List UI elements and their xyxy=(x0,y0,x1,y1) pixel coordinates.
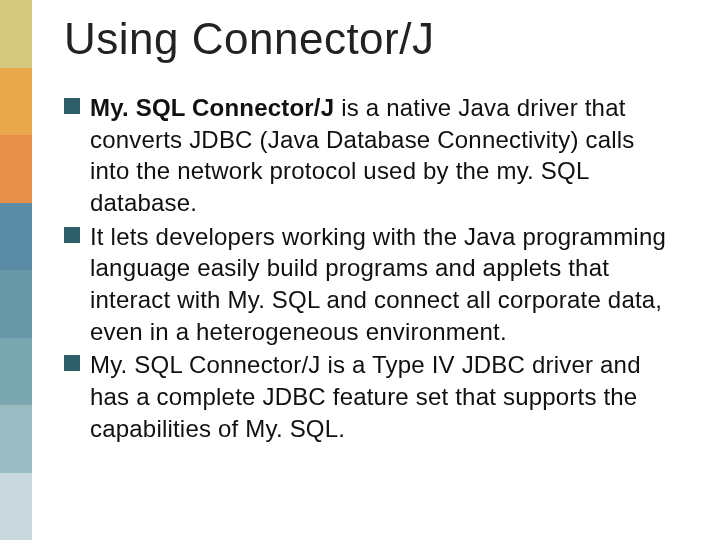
bullet-item: It lets developers working with the Java… xyxy=(64,221,680,348)
decorative-sidebar xyxy=(0,0,32,540)
bullet-item: My. SQL Connector/J is a Type IV JDBC dr… xyxy=(64,349,680,444)
bullet-list: My. SQL Connector/J is a native Java dri… xyxy=(64,92,680,446)
slide-title: Using Connector/J xyxy=(64,14,434,64)
bullet-square-icon xyxy=(64,227,80,243)
bullet-text: My. SQL Connector/J is a Type IV JDBC dr… xyxy=(90,349,680,444)
bullet-square-icon xyxy=(64,98,80,114)
bullet-text: My. SQL Connector/J is a native Java dri… xyxy=(90,92,680,219)
bullet-square-icon xyxy=(64,355,80,371)
bullet-text: It lets developers working with the Java… xyxy=(90,221,680,348)
bullet-item: My. SQL Connector/J is a native Java dri… xyxy=(64,92,680,219)
